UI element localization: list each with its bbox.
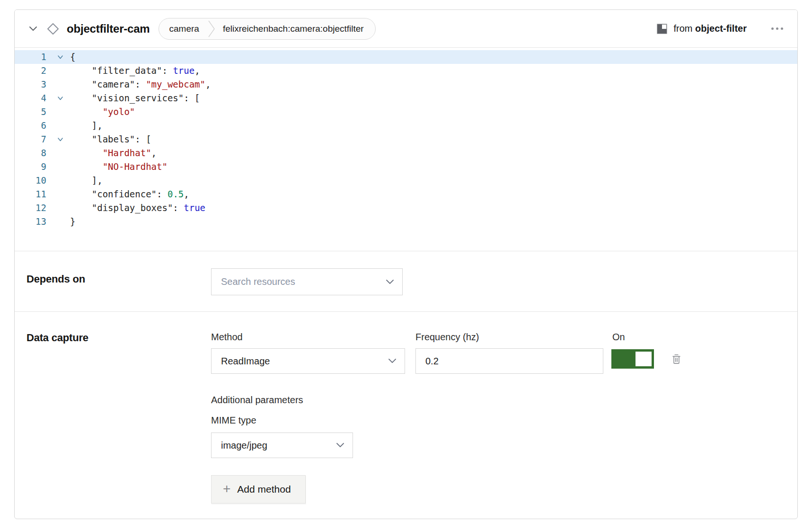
fold-gutter — [50, 160, 70, 174]
depends-on-search-select[interactable]: Search resources — [211, 268, 403, 295]
additional-parameters-label: Additional parameters — [211, 395, 797, 406]
line-number: 13 — [15, 215, 50, 229]
line-number: 10 — [15, 174, 50, 187]
capture-toggle[interactable] — [611, 349, 654, 369]
component-diamond-icon — [46, 22, 60, 36]
line-number: 8 — [15, 146, 50, 160]
method-value: ReadImage — [221, 356, 388, 367]
code-line[interactable]: 6 ], — [15, 119, 797, 132]
plus-icon: + — [223, 482, 230, 495]
mime-type-field: MIME type image/jpeg — [211, 415, 797, 458]
delete-method-button[interactable] — [671, 353, 682, 365]
card-header: objectfilter-cam camera felixreichenbach… — [15, 10, 797, 48]
badge-model-label: felixreichenbach:camera:objectfilter — [215, 18, 375, 39]
line-number: 1 — [15, 50, 50, 64]
toggle-thumb — [635, 352, 652, 366]
data-capture-section: Data capture Method ReadImage Frequency … — [15, 311, 797, 511]
method-label: Method — [211, 332, 405, 343]
code-line[interactable]: 7 "labels": [ — [15, 132, 797, 146]
code-text: "camera": "my_webcam", — [70, 78, 211, 91]
code-line[interactable]: 3 "camera": "my_webcam", — [15, 78, 797, 91]
code-line[interactable]: 2 "filter_data": true, — [15, 64, 797, 78]
search-resources-placeholder: Search resources — [221, 276, 386, 287]
method-select[interactable]: ReadImage — [211, 348, 405, 374]
from-label: from — [674, 23, 693, 34]
fold-chevron-icon[interactable] — [50, 50, 70, 64]
code-line[interactable]: 10 ], — [15, 174, 797, 187]
code-text: "yolo" — [70, 105, 135, 119]
toggle-row — [611, 349, 682, 369]
fold-gutter — [50, 174, 70, 187]
chevron-down-icon — [336, 443, 344, 448]
fold-gutter — [50, 64, 70, 78]
component-title: objectfilter-cam — [67, 22, 150, 35]
chevron-down-icon — [388, 359, 396, 363]
code-text: } — [70, 215, 75, 229]
code-line[interactable]: 9 "NO-Hardhat" — [15, 160, 797, 174]
code-text: "display_boxes": true — [70, 201, 205, 215]
line-number: 7 — [15, 132, 50, 146]
code-line[interactable]: 13} — [15, 215, 797, 229]
module-icon — [656, 23, 668, 35]
depends-on-label: Depends on — [26, 268, 211, 295]
frequency-input[interactable] — [415, 348, 603, 374]
code-line[interactable]: 4 "vision_services": [ — [15, 91, 797, 105]
capture-method-row: Method ReadImage Frequency (hz) On — [211, 332, 797, 374]
chevron-down-icon — [386, 280, 394, 284]
code-text: "confidence": 0.5, — [70, 187, 189, 201]
line-number: 4 — [15, 91, 50, 105]
method-field: Method ReadImage — [211, 332, 405, 374]
component-card: objectfilter-cam camera felixreichenbach… — [14, 9, 798, 519]
fold-chevron-icon[interactable] — [50, 91, 70, 105]
frequency-field: Frequency (hz) — [415, 332, 603, 374]
code-line[interactable]: 11 "confidence": 0.5, — [15, 187, 797, 201]
code-line[interactable]: 5 "yolo" — [15, 105, 797, 119]
capture-on-field: On — [611, 332, 682, 369]
depends-on-section: Depends on Search resources — [15, 251, 797, 311]
line-number: 12 — [15, 201, 50, 215]
more-options-button[interactable] — [769, 24, 785, 34]
data-capture-form: Method ReadImage Frequency (hz) On — [211, 332, 797, 504]
badge-divider-chevron-icon — [208, 18, 215, 39]
capture-on-label: On — [611, 332, 682, 343]
code-line[interactable]: 8 "Hardhat", — [15, 146, 797, 160]
frequency-label: Frequency (hz) — [415, 332, 603, 343]
badge-type-label: camera — [159, 18, 208, 39]
line-number: 11 — [15, 187, 50, 201]
line-number: 3 — [15, 78, 50, 91]
fold-gutter — [50, 201, 70, 215]
mime-type-label: MIME type — [211, 415, 797, 426]
code-editor[interactable]: 1{2 "filter_data": true,3 "camera": "my_… — [15, 48, 797, 251]
line-number: 6 — [15, 119, 50, 132]
code-text: "NO-Hardhat" — [70, 160, 168, 174]
code-text: "filter_data": true, — [70, 64, 200, 78]
trash-icon — [671, 353, 682, 365]
fold-chevron-icon[interactable] — [50, 132, 70, 146]
module-source: from object-filter — [674, 23, 747, 34]
line-number: 5 — [15, 105, 50, 119]
code-line[interactable]: 1{ — [15, 50, 797, 64]
collapse-chevron-icon[interactable] — [28, 24, 38, 34]
code-text: "vision_services": [ — [70, 91, 200, 105]
code-text: ], — [70, 174, 103, 187]
code-line[interactable]: 12 "display_boxes": true — [15, 201, 797, 215]
code-text: "labels": [ — [70, 132, 151, 146]
component-type-badge: camera felixreichenbach:camera:objectfil… — [159, 18, 376, 40]
fold-gutter — [50, 215, 70, 229]
fold-gutter — [50, 187, 70, 201]
add-method-label: Add method — [237, 484, 291, 495]
data-capture-label: Data capture — [26, 332, 211, 504]
fold-gutter — [50, 78, 70, 91]
fold-gutter — [50, 105, 70, 119]
code-text: ], — [70, 119, 103, 132]
add-method-button[interactable]: + Add method — [211, 475, 306, 504]
fold-gutter — [50, 119, 70, 132]
mime-type-value: image/jpeg — [221, 440, 336, 451]
mime-type-select[interactable]: image/jpeg — [211, 433, 353, 458]
line-number: 9 — [15, 160, 50, 174]
ellipsis-icon — [771, 27, 774, 30]
from-module-name: object-filter — [695, 23, 747, 34]
code-text: "Hardhat", — [70, 146, 157, 160]
line-number: 2 — [15, 64, 50, 78]
code-text: { — [70, 50, 75, 64]
